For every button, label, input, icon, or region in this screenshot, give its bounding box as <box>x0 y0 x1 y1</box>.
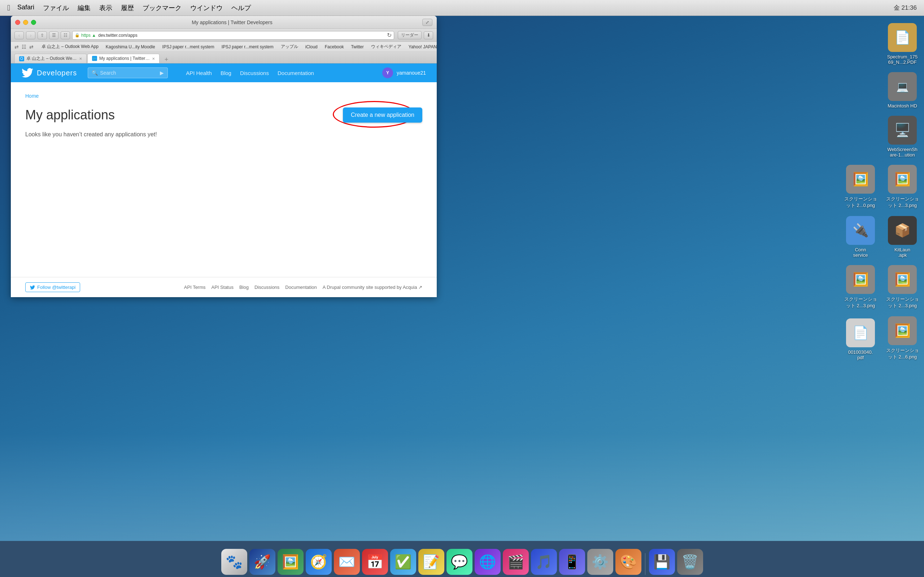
lock-icon: 🔒 <box>75 33 80 37</box>
dock-scripteditor[interactable]: 🎨 <box>615 549 641 575</box>
dock-trash[interactable]: 🗑️ <box>677 549 703 575</box>
follow-twitter-button[interactable]: Follow @twitterapi <box>25 282 80 292</box>
desktop-icon[interactable]: 📄 Spectrum_17569_N...2.PDF <box>884 23 921 65</box>
bookmark-twitter[interactable]: Twitter <box>348 44 366 50</box>
menu-bar:  Safari ファイル 編集 表示 履歴 ブックマーク ウインドウ ヘルプ … <box>0 0 924 16</box>
icon-label: Spectrum_17569_N...2.PDF <box>887 54 918 65</box>
nav-bar: ‹ › ⇧ ☰ ☷ 🔒 https ▲ dev.twitter.com/apps… <box>11 29 437 42</box>
toolbar-icon-grid[interactable]: ⇄ <box>29 44 34 50</box>
desktop-icon[interactable]: 🖼️ スクリーンショット 2...3.png <box>842 265 879 309</box>
bookmark-yahoo[interactable]: Yahoo! JAPAN <box>406 44 437 50</box>
desktop-icon[interactable]: 🖼️ スクリーンショット 2...6.png <box>884 316 921 360</box>
toolbar-icon-sidebar[interactable]: ☷ <box>22 44 26 50</box>
desktop-icon[interactable]: 🔌 Connservice <box>842 216 879 258</box>
desktop-icon[interactable]: 🖼️ スクリーンショット 2...0.png <box>842 165 879 209</box>
bookmark-apple[interactable]: アップル <box>278 43 301 50</box>
toolbar-icon-exchange[interactable]: ⇄ <box>15 44 19 50</box>
dock-photos[interactable]: 🖼️ <box>278 549 304 575</box>
bookmark-icloud[interactable]: iCloud <box>302 44 320 50</box>
tab-close-button[interactable]: × <box>79 56 82 61</box>
footer-blog[interactable]: Blog <box>239 285 249 290</box>
search-input[interactable] <box>100 70 158 76</box>
dock-appstore[interactable]: 📱 <box>559 549 585 575</box>
title-bar: My applications | Twitter Developers ⤢ <box>11 16 437 29</box>
desktop-icon[interactable]: 📦 KitLaun.apk <box>884 216 921 258</box>
breadcrumb[interactable]: Home <box>25 93 422 99</box>
menu-view[interactable]: 表示 <box>99 3 112 12</box>
nav-links: API Health Blog Discussions Documentatio… <box>186 70 314 76</box>
footer-documentation[interactable]: Documentation <box>285 285 317 290</box>
create-new-application-button[interactable]: Create a new application <box>343 108 422 122</box>
dock-facetime[interactable]: 🌐 <box>475 549 501 575</box>
bookmarks-button[interactable]: ☷ <box>61 31 70 39</box>
search-box[interactable]: 🔍 ▶ <box>88 68 168 78</box>
bookmarks-bar: ⇄ ☷ ⇄ 卓 山之上 – Outlook Web App Kagoshima … <box>11 42 437 52</box>
tab-twitter-dev[interactable]: 🐦 My applications | Twitter Developers × <box>87 54 160 63</box>
menu-window[interactable]: ウインドウ <box>190 3 223 12</box>
bookmark-outlook[interactable]: 卓 山之上 – Outlook Web App <box>39 43 102 50</box>
apple-menu[interactable]:  <box>7 3 10 13</box>
toolbar-icons: ⇄ ☷ ⇄ <box>15 44 34 50</box>
desktop-icon[interactable]: 🖼️ スクリーンショット 2...3.png <box>884 165 921 209</box>
add-bookmark-button[interactable]: ☰ <box>49 31 58 39</box>
dock-safari[interactable]: 🧭 <box>306 549 332 575</box>
footer-api-terms[interactable]: API Terms <box>184 285 206 290</box>
reader-button[interactable]: リーダー <box>398 31 422 39</box>
icon-image: 🖼️ <box>846 165 875 193</box>
tab-outlook[interactable]: O 卓 山之上 – Outlook Web App × <box>15 54 87 63</box>
fullscreen-button[interactable]: ⤢ <box>422 19 432 26</box>
nav-discussions[interactable]: Discussions <box>240 70 269 76</box>
minimize-button[interactable] <box>23 20 28 25</box>
bookmark-ipsj2[interactable]: IPSJ paper r...ment system <box>219 44 276 50</box>
bookmark-moodle[interactable]: Kagoshima U...ity Moodle <box>103 44 158 50</box>
share-button[interactable]: ⇧ <box>37 31 47 39</box>
twitter-dev-logo[interactable]: Developers <box>22 67 77 79</box>
dock-notes[interactable]: 📝 <box>418 549 444 575</box>
close-button[interactable] <box>15 20 20 25</box>
dock-reminders[interactable]: ✅ <box>390 549 416 575</box>
desktop-icon[interactable]: 📄 001003040.pdf <box>842 318 879 360</box>
dock-photos2[interactable]: 🎬 <box>503 549 529 575</box>
maximize-button[interactable] <box>31 20 36 25</box>
bookmark-wikipedia[interactable]: ウィキペディア <box>368 43 404 50</box>
nav-blog[interactable]: Blog <box>221 70 231 76</box>
search-submit-icon[interactable]: ▶ <box>160 70 164 76</box>
desktop-row: 🖼️ スクリーンショット 2...3.png 🖼️ スクリーンショット 2...… <box>805 265 921 309</box>
menu-safari[interactable]: Safari <box>17 3 34 12</box>
downloads-button[interactable]: ⬇ <box>424 31 433 39</box>
dock-calendar[interactable]: 📅 <box>362 549 388 575</box>
menu-edit[interactable]: 編集 <box>78 3 90 12</box>
forward-button[interactable]: › <box>26 31 36 39</box>
address-bar[interactable]: 🔒 https ▲ dev.twitter.com/apps ↻ <box>72 31 394 40</box>
back-button[interactable]: ‹ <box>15 31 24 39</box>
menu-history[interactable]: 履歴 <box>121 3 134 12</box>
icon-label: Macintosh HD <box>888 103 917 108</box>
dock-mail[interactable]: ✉️ <box>334 549 360 575</box>
dock-finder[interactable]: 🐾 <box>221 549 247 575</box>
dock-music[interactable]: 🎵 <box>531 549 557 575</box>
icon-image: 🖼️ <box>846 265 875 294</box>
dock-launchpad[interactable]: 🚀 <box>249 549 275 575</box>
footer-discussions[interactable]: Discussions <box>254 285 279 290</box>
footer-drupal[interactable]: A Drupal community site supported by Acq… <box>323 285 422 290</box>
icon-image: 🔌 <box>846 216 875 245</box>
menu-help[interactable]: ヘルプ <box>231 3 251 12</box>
nav-documentation[interactable]: Documentation <box>278 70 314 76</box>
desktop-icon[interactable]: 🖼️ スクリーンショット 2...3.png <box>884 265 921 309</box>
bookmark-ipsj1[interactable]: IPSJ paper r...ment system <box>160 44 217 50</box>
desktop-icon[interactable]: 💻 Macintosh HD <box>884 72 921 108</box>
reload-button[interactable]: ↻ <box>387 32 392 39</box>
follow-label: Follow @twitterapi <box>37 285 76 290</box>
footer-api-status[interactable]: API Status <box>212 285 234 290</box>
user-menu[interactable]: Y yamanoue21 <box>382 68 426 78</box>
desktop-icon[interactable]: 🖥️ WebScreenShare-1...ution <box>884 116 921 158</box>
bookmark-facebook[interactable]: Facebook <box>322 44 347 50</box>
dock-downloads[interactable]: 💾 <box>649 549 675 575</box>
tab-close-button[interactable]: × <box>152 56 155 61</box>
menu-file[interactable]: ファイル <box>43 3 69 12</box>
dock-messages[interactable]: 💬 <box>446 549 472 575</box>
menu-bookmarks[interactable]: ブックマーク <box>142 3 181 12</box>
new-tab-button[interactable]: + <box>162 56 171 63</box>
nav-api-health[interactable]: API Health <box>186 70 212 76</box>
dock-systemprefs[interactable]: ⚙️ <box>587 549 613 575</box>
